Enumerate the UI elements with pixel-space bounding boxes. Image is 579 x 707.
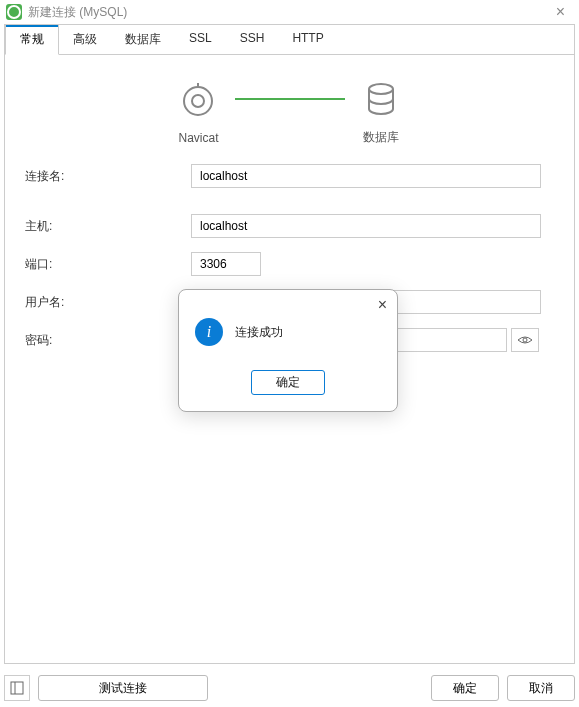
close-icon[interactable]: × [548, 3, 573, 21]
ok-button[interactable]: 确定 [431, 675, 499, 701]
database-icon [361, 79, 401, 119]
connection-diagram: Navicat 数据库 [5, 55, 574, 154]
dialog-close-icon[interactable]: × [378, 296, 387, 314]
tab-ssl[interactable]: SSL [175, 25, 226, 54]
dialog-message: 连接成功 [235, 324, 283, 341]
tab-ssh[interactable]: SSH [226, 25, 279, 54]
row-port: 端口: [21, 252, 558, 276]
tabs: 常规 高级 数据库 SSL SSH HTTP [5, 25, 574, 55]
tab-http[interactable]: HTTP [278, 25, 337, 54]
row-connection-name: 连接名: [21, 164, 558, 188]
diagram-connector [235, 98, 345, 100]
svg-point-4 [523, 338, 527, 342]
svg-point-3 [369, 84, 393, 94]
navicat-icon [178, 81, 218, 121]
tab-general[interactable]: 常规 [5, 25, 59, 55]
panel-icon [10, 681, 24, 695]
cancel-button[interactable]: 取消 [507, 675, 575, 701]
label-port: 端口: [21, 256, 191, 273]
app-icon [6, 4, 22, 20]
test-connection-button[interactable]: 测试连接 [38, 675, 208, 701]
svg-point-1 [192, 95, 204, 107]
dialog-ok-button[interactable]: 确定 [251, 370, 325, 395]
tab-advanced[interactable]: 高级 [59, 25, 111, 54]
navicat-label: Navicat [178, 131, 218, 145]
reveal-password-button[interactable] [511, 328, 539, 352]
eye-icon [517, 334, 533, 346]
row-host: 主机: [21, 214, 558, 238]
options-button[interactable] [4, 675, 30, 701]
label-password: 密码: [21, 332, 191, 349]
dialog-footer: 确定 [191, 370, 385, 395]
footer: 测试连接 确定 取消 [4, 675, 575, 701]
label-username: 用户名: [21, 294, 191, 311]
connection-name-input[interactable] [191, 164, 541, 188]
diagram-database: 数据库 [361, 79, 401, 146]
database-label: 数据库 [363, 129, 399, 146]
svg-rect-5 [11, 682, 23, 694]
tab-database[interactable]: 数据库 [111, 25, 175, 54]
diagram-navicat: Navicat [178, 81, 218, 145]
message-dialog: × i 连接成功 确定 [178, 289, 398, 412]
label-host: 主机: [21, 218, 191, 235]
info-icon: i [195, 318, 223, 346]
host-input[interactable] [191, 214, 541, 238]
window-title: 新建连接 (MySQL) [28, 4, 127, 21]
titlebar: 新建连接 (MySQL) × [0, 0, 579, 24]
dialog-body: i 连接成功 [191, 318, 385, 346]
port-input[interactable] [191, 252, 261, 276]
svg-point-0 [184, 87, 212, 115]
label-connection-name: 连接名: [21, 168, 191, 185]
